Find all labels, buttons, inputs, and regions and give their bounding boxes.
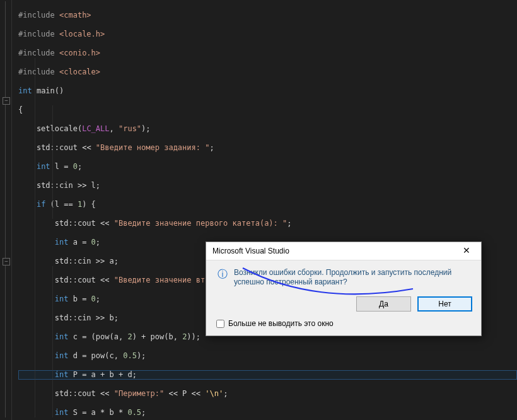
- code-area[interactable]: #include <cmath> #include <locale.h> #in…: [12, 0, 517, 420]
- suppress-checkbox[interactable]: [216, 320, 224, 328]
- dialog-message: Возникли ошибки сборки. Продолжить и зап…: [234, 268, 472, 287]
- info-icon: ⓘ: [218, 268, 234, 287]
- no-button[interactable]: Нет: [417, 296, 472, 312]
- close-icon[interactable]: ✕: [456, 244, 477, 258]
- fold-icon[interactable]: −: [3, 258, 10, 265]
- yes-button[interactable]: Да: [356, 296, 411, 312]
- build-error-dialog: Microsoft Visual Studio ✕ ⓘ Возникли оши…: [206, 242, 482, 336]
- suppress-label[interactable]: Больше не выводить это окно: [228, 319, 334, 328]
- dialog-titlebar: Microsoft Visual Studio ✕: [206, 242, 481, 260]
- code-editor[interactable]: − − #include <cmath> #include <locale.h>…: [0, 0, 517, 420]
- fold-icon[interactable]: −: [3, 97, 10, 105]
- dialog-title: Microsoft Visual Studio: [212, 247, 456, 255]
- gutter: − −: [0, 0, 12, 420]
